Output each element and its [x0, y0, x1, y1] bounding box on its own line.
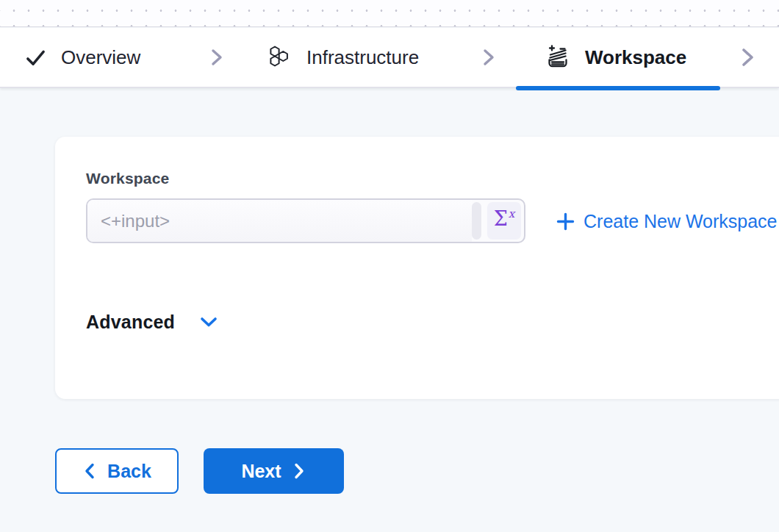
workspace-input-group: Σ x: [86, 198, 525, 243]
advanced-label: Advanced: [86, 312, 175, 333]
sigma-superscript: x: [509, 207, 514, 220]
back-button-label: Back: [107, 461, 151, 482]
input-scrollbar-pill[interactable]: [472, 202, 481, 240]
step-label: Workspace: [585, 46, 686, 69]
workspace-form-card: Workspace Σ x Create New Workspace Advan…: [55, 137, 779, 399]
chevron-right-icon: [208, 28, 226, 87]
chevron-right-icon: [738, 28, 757, 87]
step-infrastructure[interactable]: Infrastructure: [266, 28, 419, 87]
check-icon: [24, 46, 47, 69]
sigma-icon: Σ: [494, 209, 508, 229]
chevron-right-icon: [480, 28, 498, 87]
create-new-workspace-link[interactable]: Create New Workspace: [556, 209, 778, 234]
back-button[interactable]: Back: [55, 448, 179, 494]
next-button[interactable]: Next: [204, 448, 344, 494]
advanced-toggle[interactable]: Advanced: [86, 310, 219, 334]
chevron-left-icon: [82, 461, 97, 481]
step-label: Overview: [61, 46, 140, 69]
workspace-field-label: Workspace: [86, 170, 169, 187]
dotted-background-strip: [0, 0, 779, 27]
formula-sigma-button[interactable]: Σ x: [487, 202, 521, 240]
stack-icon: [545, 44, 571, 71]
next-button-label: Next: [241, 461, 281, 482]
chevron-right-icon: [292, 461, 306, 481]
step-overview[interactable]: Overview: [24, 28, 140, 87]
hexagons-icon: [266, 44, 292, 71]
step-label: Infrastructure: [306, 46, 419, 69]
active-step-underline: [516, 86, 720, 90]
workspace-input[interactable]: [87, 200, 472, 242]
step-workspace[interactable]: Workspace: [545, 28, 686, 87]
plus-icon: [556, 212, 575, 231]
chevron-down-icon: [198, 313, 219, 331]
create-link-label: Create New Workspace: [584, 211, 778, 232]
wizard-stepper-bar: Overview Infrastructure: [0, 28, 779, 88]
